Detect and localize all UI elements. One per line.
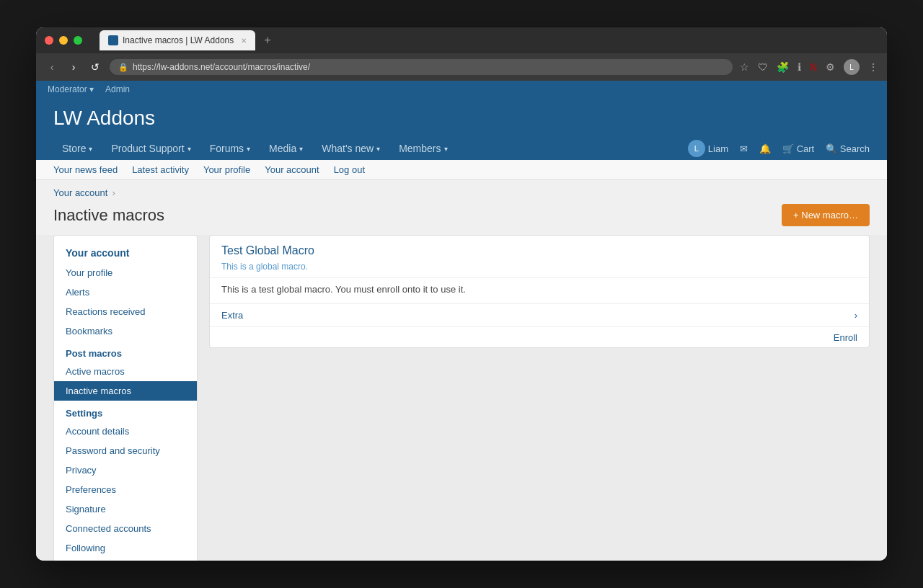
sidebar-item-privacy[interactable]: Privacy — [54, 460, 197, 480]
breadcrumb-separator: › — [112, 187, 115, 198]
secondary-nav-news-feed[interactable]: Your news feed — [53, 164, 118, 175]
sidebar-heading: Your account — [54, 241, 197, 263]
nav-bell[interactable]: 🔔 — [759, 143, 771, 154]
secondary-nav-your-profile[interactable]: Your profile — [203, 164, 250, 175]
forums-dropdown-arrow: ▾ — [247, 145, 250, 153]
sidebar-item-reactions-received[interactable]: Reactions received — [54, 302, 197, 321]
enroll-link[interactable]: Enroll — [834, 332, 857, 343]
user-avatar: L — [688, 140, 705, 157]
nav-right: L Liam ✉ 🔔 🛒 Cart 🔍 Search — [688, 140, 870, 157]
site-header: LW Addons Store ▾ Product Support ▾ Foru… — [36, 98, 887, 160]
tab-favicon — [108, 35, 118, 45]
macro-footer: Enroll — [210, 326, 869, 347]
tab-bar: Inactive macros | LW Addons ✕ + — [100, 30, 878, 50]
back-button[interactable]: ‹ — [45, 61, 59, 73]
secondary-nav: Your news feed Latest activity Your prof… — [36, 160, 887, 180]
sidebar-item-alerts[interactable]: Alerts — [54, 282, 197, 302]
nav-item-store[interactable]: Store ▾ — [53, 137, 101, 160]
chevron-right-icon: › — [854, 310, 857, 321]
sidebar-item-inactive-macros[interactable]: Inactive macros — [54, 381, 197, 401]
tab-close-button[interactable]: ✕ — [241, 37, 247, 45]
sidebar-item-bookmarks[interactable]: Bookmarks — [54, 321, 197, 341]
secondary-nav-latest-activity[interactable]: Latest activity — [132, 164, 189, 175]
brand-icon[interactable]: N — [810, 61, 817, 73]
shield-icon[interactable]: 🛡 — [758, 61, 768, 73]
macro-subtitle: This is a global macro. — [210, 260, 869, 277]
macro-extra-section[interactable]: Extra › — [210, 303, 869, 326]
secondary-nav-your-account[interactable]: Your account — [265, 164, 319, 175]
macro-title[interactable]: Test Global Macro — [221, 244, 857, 257]
page-header-row: Inactive macros + New macro… — [36, 201, 887, 235]
macro-extra-label: Extra — [221, 310, 243, 321]
nav-mail[interactable]: ✉ — [740, 143, 748, 154]
secondary-nav-log-out[interactable]: Log out — [334, 164, 365, 175]
sidebar-item-password-security[interactable]: Password and security — [54, 441, 197, 460]
nav-item-members[interactable]: Members ▾ — [390, 137, 456, 160]
media-dropdown-arrow: ▾ — [299, 145, 303, 153]
new-tab-button[interactable]: + — [258, 34, 276, 47]
nav-cart[interactable]: 🛒 Cart — [782, 143, 814, 154]
site-title: LW Addons — [53, 107, 870, 130]
admin-bar: Moderator ▾ Admin — [36, 81, 887, 98]
nav-search[interactable]: 🔍 Search — [826, 143, 870, 154]
url-bar[interactable]: 🔒 https://lw-addons.net/account/macros/i… — [110, 59, 733, 75]
lock-icon: 🔒 — [118, 63, 128, 72]
main-content: Your account Your profile Alerts Reactio… — [36, 235, 887, 561]
content-area: Test Global Macro This is a global macro… — [209, 235, 870, 543]
product-support-dropdown-arrow: ▾ — [187, 145, 191, 153]
members-dropdown-arrow: ▾ — [444, 145, 448, 153]
close-button[interactable] — [45, 36, 53, 45]
sidebar-item-connected-accounts[interactable]: Connected accounts — [54, 519, 197, 538]
tab-title: Inactive macros | LW Addons — [123, 35, 234, 45]
macro-card: Test Global Macro This is a global macro… — [209, 235, 870, 348]
nav-user[interactable]: L Liam — [688, 140, 728, 157]
admin-bar-moderator[interactable]: Moderator ▾ — [48, 84, 94, 94]
nav-item-product-support[interactable]: Product Support ▾ — [102, 137, 199, 160]
settings-icon[interactable]: ⚙ — [826, 61, 835, 73]
nav-item-media[interactable]: Media ▾ — [260, 137, 312, 160]
menu-icon[interactable]: ⋮ — [868, 61, 878, 73]
nav-item-whats-new[interactable]: What's new ▾ — [313, 137, 389, 160]
minimize-button[interactable] — [59, 36, 68, 45]
nav-item-forums[interactable]: Forums ▾ — [201, 137, 259, 160]
refresh-button[interactable]: ↺ — [88, 61, 102, 73]
sidebar-item-signature[interactable]: Signature — [54, 499, 197, 519]
active-tab[interactable]: Inactive macros | LW Addons ✕ — [100, 30, 255, 50]
sidebar-settings-heading: Settings — [54, 401, 197, 422]
admin-bar-admin[interactable]: Admin — [105, 84, 130, 94]
bookmark-icon[interactable]: ☆ — [740, 61, 749, 73]
url-text: https://lw-addons.net/account/macros/ina… — [133, 62, 310, 72]
browser-actions: ☆ 🛡 🧩 ℹ N ⚙ L ⋮ — [740, 59, 878, 75]
new-macro-button[interactable]: + New macro… — [782, 204, 870, 226]
forward-button[interactable]: › — [66, 61, 81, 73]
sidebar-item-account-details[interactable]: Account details — [54, 422, 197, 441]
page-title: Inactive macros — [53, 206, 164, 225]
extensions-icon[interactable]: 🧩 — [777, 61, 789, 73]
sidebar-item-active-macros[interactable]: Active macros — [54, 362, 197, 381]
breadcrumb: Your account › — [36, 180, 887, 201]
browser-window: Inactive macros | LW Addons ✕ + ‹ › ↺ 🔒 … — [36, 27, 887, 561]
sidebar-post-macros-heading: Post macros — [54, 341, 197, 362]
sidebar-item-following[interactable]: Following — [54, 538, 197, 558]
maximize-button[interactable] — [74, 36, 82, 45]
macro-body: This is a test global macro. You must en… — [210, 277, 869, 303]
breadcrumb-your-account[interactable]: Your account — [53, 187, 107, 198]
title-bar: Inactive macros | LW Addons ✕ + — [36, 27, 887, 53]
address-bar: ‹ › ↺ 🔒 https://lw-addons.net/account/ma… — [36, 53, 887, 81]
nav-username: Liam — [708, 143, 728, 154]
site-nav: Store ▾ Product Support ▾ Forums ▾ Media… — [53, 137, 870, 160]
sidebar: Your account Your profile Alerts Reactio… — [53, 235, 198, 561]
sidebar-item-preferences[interactable]: Preferences — [54, 480, 197, 499]
profile-avatar[interactable]: L — [844, 59, 860, 75]
macro-header: Test Global Macro — [210, 236, 869, 260]
store-dropdown-arrow: ▾ — [89, 145, 92, 153]
whats-new-dropdown-arrow: ▾ — [376, 145, 380, 153]
info-icon[interactable]: ℹ — [798, 61, 801, 73]
sidebar-item-your-profile[interactable]: Your profile — [54, 263, 197, 282]
